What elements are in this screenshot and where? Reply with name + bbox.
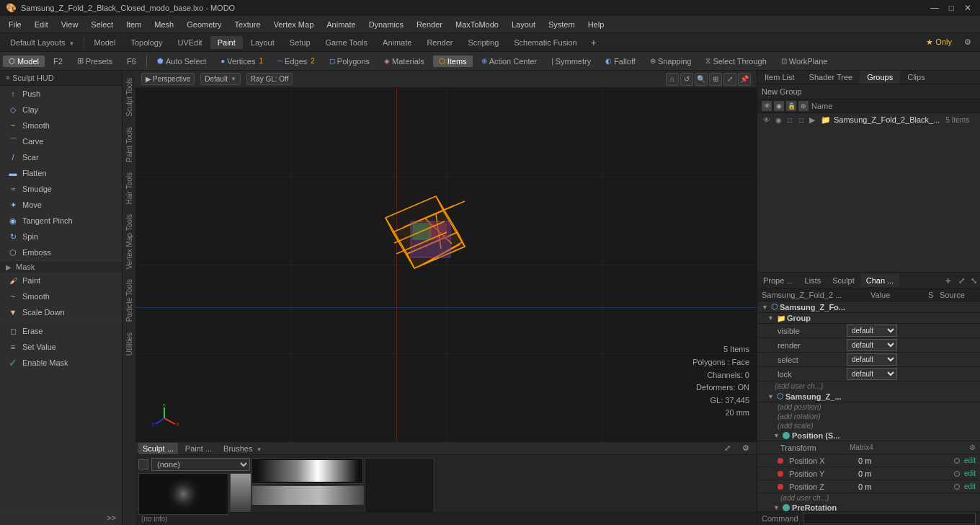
menu-view[interactable]: View bbox=[55, 19, 84, 30]
render-dropdown[interactable]: default bbox=[847, 339, 897, 351]
tab-clips[interactable]: Clips bbox=[900, 71, 932, 84]
tool-tangent-pinch[interactable]: ◉ Tangent Pinch bbox=[0, 213, 122, 229]
rp-render-col-icon[interactable]: ◉ bbox=[774, 101, 784, 111]
viewport-zoom-button[interactable]: 🔍 bbox=[695, 73, 708, 86]
items-button[interactable]: ⬡ Items bbox=[433, 56, 473, 67]
workplane-button[interactable]: ⊡ WorkPlane bbox=[775, 56, 834, 67]
add-rotation-link[interactable]: (add rotation) bbox=[757, 412, 980, 421]
tool-set-value[interactable]: ≡ Set Value bbox=[0, 339, 122, 355]
tool-flatten[interactable]: ▬ Flatten bbox=[0, 165, 122, 181]
add-tab-button[interactable]: + bbox=[941, 273, 956, 288]
pos-z-radio[interactable] bbox=[954, 484, 960, 490]
menu-render[interactable]: Render bbox=[411, 19, 448, 30]
menu-dynamics[interactable]: Dynamics bbox=[363, 19, 409, 30]
menu-layout[interactable]: Layout bbox=[506, 19, 541, 30]
minimize-button[interactable]: — bbox=[927, 3, 942, 13]
snapping-button[interactable]: ⊛ Snapping bbox=[644, 56, 698, 67]
tab-properties[interactable]: Prope ... bbox=[757, 274, 799, 287]
symmetry-button[interactable]: | Symmetry bbox=[545, 56, 597, 67]
tool-paint-mask[interactable]: 🖌 Paint bbox=[0, 273, 122, 288]
lock-dropdown[interactable]: default bbox=[847, 368, 897, 380]
tab-brushes-bottom[interactable]: Brushes ▼ bbox=[219, 443, 266, 454]
tab-topology[interactable]: Topology bbox=[123, 36, 169, 49]
side-tab-paint-tools[interactable]: Paint Tools bbox=[124, 123, 135, 167]
menu-mesh[interactable]: Mesh bbox=[148, 19, 179, 30]
tab-shader-tree[interactable]: Shader Tree bbox=[802, 71, 860, 84]
tab-item-list[interactable]: Item List bbox=[757, 71, 802, 84]
tab-channels[interactable]: Chan ... bbox=[860, 274, 900, 287]
auto-select-button[interactable]: ⬟ Auto Select bbox=[151, 56, 212, 67]
menu-geometry[interactable]: Geometry bbox=[181, 19, 227, 30]
tab-scripting[interactable]: Scripting bbox=[460, 36, 506, 49]
command-input[interactable] bbox=[803, 513, 976, 524]
prop-section-samsung2[interactable]: ▼ ⬡ Samsung_Z_... bbox=[757, 391, 980, 402]
viewport-3d[interactable]: 5 Items Polygons : Face Channels: 0 Defo… bbox=[135, 88, 757, 441]
mask-toggle[interactable]: ▶ bbox=[6, 263, 12, 271]
tab-uvedit[interactable]: UVEdit bbox=[170, 36, 209, 49]
viewport-render-button[interactable]: Ray GL: Off bbox=[246, 73, 293, 85]
brush-checkbox[interactable] bbox=[138, 459, 148, 469]
side-tab-utilities[interactable]: Utilities bbox=[124, 328, 135, 360]
polygons-button[interactable]: ◻ Polygons bbox=[324, 56, 375, 67]
presets-button[interactable]: ⊞ Presets bbox=[71, 55, 118, 67]
tab-model[interactable]: Model bbox=[86, 36, 122, 49]
tool-clay[interactable]: ◇ Clay bbox=[0, 102, 122, 118]
tab-lists[interactable]: Lists bbox=[799, 274, 827, 287]
settings-bottom-button[interactable]: ⚙ bbox=[738, 442, 754, 454]
tab-groups[interactable]: Groups bbox=[860, 71, 900, 84]
prop-section-position[interactable]: ▼ Position (S... bbox=[757, 431, 980, 441]
viewport-pin-button[interactable]: 📌 bbox=[738, 73, 751, 86]
pos-z-edit[interactable]: edit bbox=[964, 482, 976, 490]
tab-setup[interactable]: Setup bbox=[282, 36, 318, 49]
mode-f2[interactable]: F2 bbox=[48, 56, 68, 67]
rp-item-lock[interactable]: □ bbox=[785, 115, 795, 125]
select-dropdown[interactable]: default bbox=[847, 353, 897, 366]
expand-button[interactable]: >> bbox=[107, 513, 116, 522]
rp-group-item[interactable]: 👁 ◉ □ □ ▶ 📁 Samsung_Z_Fold_2_Black_... 5… bbox=[757, 113, 980, 126]
tool-erase[interactable]: ◻ Erase bbox=[0, 323, 122, 339]
tool-move[interactable]: ✦ Move bbox=[0, 197, 122, 213]
rp-lock-col-icon[interactable]: 🔒 bbox=[786, 101, 796, 111]
brush-select-dropdown[interactable]: (none) bbox=[151, 458, 250, 471]
prop-section-group[interactable]: ▼ 📁 Group bbox=[757, 313, 980, 324]
menu-file[interactable]: File bbox=[3, 19, 27, 30]
menu-texture[interactable]: Texture bbox=[229, 19, 267, 30]
tool-scale-down[interactable]: ▼ Scale Down bbox=[0, 304, 122, 320]
collapse-panel-button[interactable]: ⤡ bbox=[968, 274, 980, 288]
action-center-button[interactable]: ⊕ Action Center bbox=[476, 56, 543, 67]
tab-paint-bottom[interactable]: Paint ... bbox=[181, 443, 216, 454]
tab-render[interactable]: Render bbox=[419, 36, 460, 49]
tab-paint[interactable]: Paint bbox=[210, 36, 243, 49]
menu-item[interactable]: Item bbox=[120, 19, 147, 30]
menu-animate[interactable]: Animate bbox=[321, 19, 361, 30]
maximize-button[interactable]: □ bbox=[946, 3, 957, 13]
tool-spin[interactable]: ↻ Spin bbox=[0, 229, 122, 244]
menu-edit[interactable]: Edit bbox=[29, 19, 54, 30]
tab-default-layouts[interactable]: Default Layouts ▼ bbox=[3, 36, 81, 49]
add-user-ch-link-2[interactable]: (add user ch...) bbox=[757, 493, 980, 503]
expand-bottom-button[interactable]: ⤢ bbox=[720, 442, 735, 454]
mode-model[interactable]: ⬡ Model bbox=[3, 56, 45, 67]
viewport-home-button[interactable]: ⌂ bbox=[666, 73, 679, 86]
edges-button[interactable]: ─ Edges 2 bbox=[272, 56, 321, 67]
expand-panel-button[interactable]: ⤢ bbox=[956, 274, 968, 288]
menu-system[interactable]: System bbox=[543, 19, 581, 30]
visible-dropdown[interactable]: default bbox=[847, 325, 897, 337]
tool-enable-mask[interactable]: ✓ Enable Mask bbox=[0, 355, 122, 371]
prop-section-prerotation[interactable]: ▼ PreRotation bbox=[757, 503, 980, 511]
tab-game-tools[interactable]: Game Tools bbox=[318, 36, 375, 49]
tool-smooth-mask[interactable]: ~ Smooth bbox=[0, 288, 122, 304]
side-tab-particle-tools[interactable]: Particle Tools bbox=[124, 275, 135, 326]
viewport-orbit-button[interactable]: ↺ bbox=[680, 73, 693, 86]
side-tab-vertex-map-tools[interactable]: Vertex Map Tools bbox=[124, 210, 135, 274]
tool-scar[interactable]: / Scar bbox=[0, 149, 122, 165]
viewport-fit-button[interactable]: ⊞ bbox=[709, 73, 722, 86]
add-layout-button[interactable]: + bbox=[585, 35, 602, 50]
pos-x-radio[interactable] bbox=[954, 458, 960, 464]
tab-sculpt-bottom[interactable]: Sculpt ... bbox=[138, 443, 178, 454]
side-tab-sculpt-tools[interactable]: Sculpt Tools bbox=[124, 74, 135, 121]
rp-item-eye[interactable]: 👁 bbox=[762, 115, 772, 125]
prop-section-samsung[interactable]: ▼ ⬡ Samsung_Z_Fo... bbox=[757, 301, 980, 313]
tab-animate[interactable]: Animate bbox=[375, 36, 419, 49]
add-user-ch-link-1[interactable]: (add user ch...) bbox=[757, 381, 980, 391]
